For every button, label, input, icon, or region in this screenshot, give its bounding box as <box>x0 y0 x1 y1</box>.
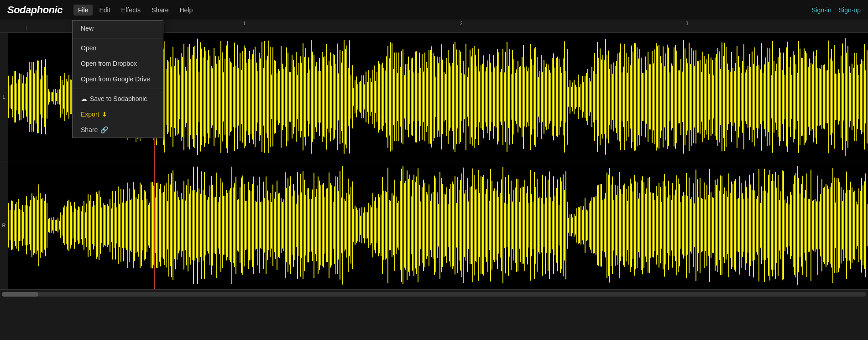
menu-export[interactable]: Export ⬇ <box>73 106 163 122</box>
dropdown-divider-2 <box>73 89 163 89</box>
file-dropdown: New Open Open from Dropbox Open from Goo… <box>72 20 163 138</box>
ruler-tick-1: 1 <box>243 20 246 26</box>
scroll-track[interactable] <box>2 292 866 297</box>
sign-in-link[interactable]: Sign-in <box>811 6 831 14</box>
scroll-thumb[interactable] <box>2 292 38 297</box>
ruler-tick-2: 2 <box>460 20 463 26</box>
menu-save-label: Save to Sodaphonic <box>90 95 147 102</box>
sign-up-link[interactable]: Sign-up <box>839 6 861 14</box>
track-waveform-R[interactable] <box>8 161 868 289</box>
nav-menu: File Edit Effects Share Help <box>73 5 197 16</box>
playhead-R <box>154 161 155 289</box>
nav-item-share[interactable]: Share <box>147 5 173 16</box>
track-label-L: L <box>0 33 8 161</box>
menu-open[interactable]: Open <box>73 40 163 56</box>
ruler-tick-3: 3 <box>686 20 689 26</box>
ruler-label-1: 1 <box>243 21 246 26</box>
share-label: Share <box>81 126 98 133</box>
menu-share[interactable]: Share 🔗 <box>73 122 163 138</box>
share-icon: 🔗 <box>100 126 108 133</box>
save-icon: ☁ <box>81 95 87 102</box>
track-label-R: R <box>0 161 8 289</box>
menu-open-dropbox[interactable]: Open from Dropbox <box>73 56 163 71</box>
dropdown-divider-1 <box>73 38 163 38</box>
ruler-label-2: 2 <box>460 21 463 26</box>
ruler-label-3: 3 <box>686 21 689 26</box>
nav-item-edit[interactable]: Edit <box>94 5 115 16</box>
nav-right: Sign-in Sign-up <box>811 6 861 14</box>
menu-new[interactable]: New <box>73 21 163 36</box>
export-icon: ⬇ <box>102 111 107 118</box>
waveform-canvas-R <box>8 161 868 289</box>
track-R: R <box>0 161 868 290</box>
scrollbar[interactable] <box>0 290 868 298</box>
nav-item-help[interactable]: Help <box>175 5 197 16</box>
navbar: Sodaphonic File Edit Effects Share Help … <box>0 0 868 20</box>
app-logo: Sodaphonic <box>7 4 63 16</box>
export-label: Export <box>81 111 99 118</box>
menu-open-gdrive[interactable]: Open from Google Drive <box>73 71 163 87</box>
ruler-tick-0 <box>26 20 26 30</box>
nav-item-file[interactable]: File <box>73 5 93 16</box>
nav-item-effects[interactable]: Effects <box>117 5 146 16</box>
menu-save[interactable]: ☁ Save to Sodaphonic <box>73 91 163 106</box>
